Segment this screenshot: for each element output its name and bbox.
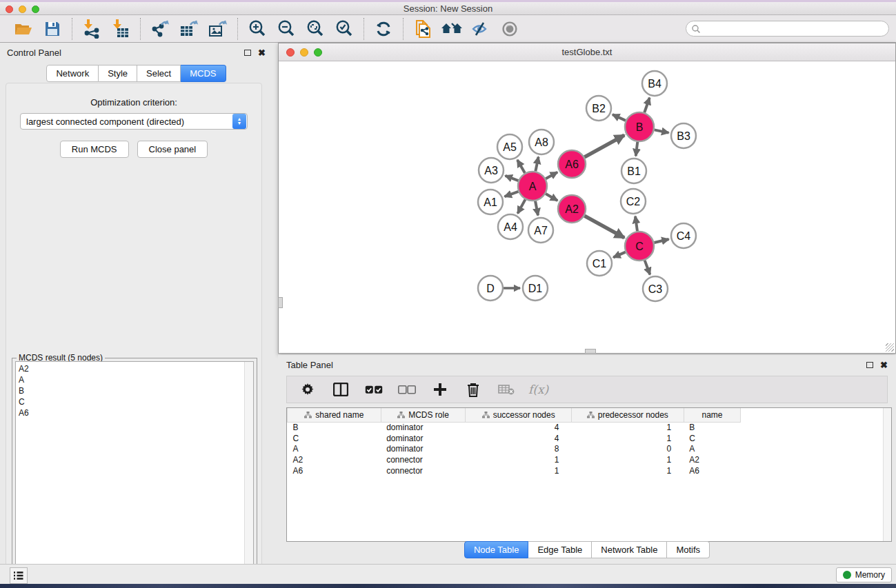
zoom-out-icon[interactable]	[275, 19, 297, 39]
export-network-icon[interactable]	[149, 19, 171, 39]
network-canvas[interactable]: AA1A2A3A4A5A6A7A8BB1B2B3B4CC1C2C3C4DD1	[279, 61, 895, 353]
table-row[interactable]: Bdominator41B	[288, 422, 892, 433]
cell-successor-nodes[interactable]: 1	[466, 465, 572, 476]
cell-shared-name[interactable]: A2	[288, 454, 381, 465]
tab-edge-table[interactable]: Edge Table	[528, 541, 592, 558]
node-A5[interactable]: A5	[497, 134, 522, 159]
memory-button[interactable]: Memory	[836, 567, 892, 582]
result-item[interactable]: A	[19, 374, 253, 385]
cell-shared-name[interactable]: B	[288, 422, 381, 433]
node-A4[interactable]: A4	[498, 214, 523, 239]
node-D[interactable]: D	[478, 276, 503, 301]
cell-successor-nodes[interactable]: 1	[466, 454, 572, 465]
show-column-icon[interactable]	[330, 379, 352, 400]
column-header-MCDS-role[interactable]: MCDS role	[381, 408, 466, 422]
zoom-in-icon[interactable]	[246, 19, 268, 39]
cell-name[interactable]: A	[684, 444, 741, 455]
edge-A-A4[interactable]	[517, 199, 525, 213]
add-column-icon[interactable]	[429, 379, 451, 400]
node-C3[interactable]: C3	[643, 276, 668, 301]
float-table-panel-icon[interactable]	[866, 362, 873, 368]
clone-network-icon[interactable]	[412, 19, 434, 39]
network-close-button[interactable]	[286, 48, 295, 57]
node-D1[interactable]: D1	[523, 276, 548, 301]
column-header-successor-nodes[interactable]: successor nodes	[466, 408, 572, 422]
float-panel-icon[interactable]	[244, 50, 251, 56]
close-panel-button[interactable]: Close panel	[137, 141, 208, 158]
edge-C-C4[interactable]	[654, 239, 668, 243]
column-header-predecessor-nodes[interactable]: predecessor nodes	[572, 408, 684, 422]
deselect-all-checkboxes-icon[interactable]	[396, 379, 418, 400]
save-session-icon[interactable]	[41, 19, 63, 39]
node-C4[interactable]: C4	[671, 223, 696, 248]
node-A1[interactable]: A1	[478, 190, 503, 214]
search-field[interactable]	[686, 21, 889, 37]
delete-column-trash-icon[interactable]	[462, 379, 484, 400]
edge-B-B3[interactable]	[655, 130, 669, 132]
cell-predecessor-nodes[interactable]: 1	[572, 422, 684, 433]
cell-predecessor-nodes[interactable]: 1	[572, 454, 684, 465]
cell-successor-nodes[interactable]: 4	[466, 433, 572, 444]
result-item[interactable]: A2	[19, 363, 253, 374]
window-resize-grip[interactable]	[886, 343, 894, 352]
node-A3[interactable]: A3	[479, 158, 504, 183]
bottom-splitter-grip[interactable]	[585, 349, 596, 354]
node-table[interactable]: shared nameMCDS rolesuccessor nodesprede…	[286, 407, 892, 542]
tab-mcds[interactable]: MCDS	[181, 65, 226, 82]
result-item[interactable]: A6	[19, 407, 253, 418]
edge-A-A8[interactable]	[535, 157, 538, 172]
cell-name[interactable]: A2	[684, 454, 741, 465]
cell-MCDS-role[interactable]: dominator	[381, 444, 466, 455]
network-zoom-button[interactable]	[314, 48, 322, 57]
cell-predecessor-nodes[interactable]: 0	[572, 444, 684, 455]
node-A7[interactable]: A7	[528, 218, 553, 243]
tab-motifs[interactable]: Motifs	[667, 541, 710, 558]
open-session-icon[interactable]	[12, 19, 34, 39]
node-B2[interactable]: B2	[586, 96, 611, 121]
cell-predecessor-nodes[interactable]: 1	[572, 465, 684, 476]
minimize-window-button[interactable]	[19, 6, 26, 13]
birds-eye-icon[interactable]	[499, 19, 521, 39]
zoom-fit-icon[interactable]	[304, 19, 326, 39]
zoom-selected-icon[interactable]	[333, 19, 355, 39]
table-options-gear-icon[interactable]	[297, 379, 319, 400]
tab-network[interactable]: Network	[46, 65, 99, 82]
node-A[interactable]: A	[518, 172, 547, 201]
hide-graphics-details-icon[interactable]	[470, 19, 492, 39]
edge-C-C2[interactable]	[635, 216, 637, 231]
cell-name[interactable]: C	[684, 433, 741, 444]
cell-MCDS-role[interactable]: connector	[381, 465, 466, 476]
export-table-icon[interactable]	[178, 19, 200, 39]
tab-style[interactable]: Style	[99, 65, 137, 82]
home-icon[interactable]	[441, 19, 463, 39]
node-B3[interactable]: B3	[671, 123, 696, 148]
cell-MCDS-role[interactable]: connector	[381, 454, 466, 465]
left-splitter-grip[interactable]	[278, 297, 283, 308]
edge-A-A7[interactable]	[535, 201, 538, 216]
cell-shared-name[interactable]: A	[288, 444, 381, 455]
zoom-window-button[interactable]	[32, 6, 39, 13]
node-B1[interactable]: B1	[621, 159, 646, 183]
run-mcds-button[interactable]: Run MCDS	[60, 141, 129, 158]
edge-A-A6[interactable]	[546, 172, 557, 179]
cell-successor-nodes[interactable]: 4	[466, 422, 572, 433]
tab-select[interactable]: Select	[137, 65, 181, 82]
edge-C-C3[interactable]	[645, 261, 650, 275]
network-minimize-button[interactable]	[300, 48, 308, 57]
cell-MCDS-role[interactable]: dominator	[381, 433, 466, 444]
refresh-icon[interactable]	[372, 19, 395, 39]
cell-shared-name[interactable]: A6	[288, 465, 381, 476]
node-A2[interactable]: A2	[558, 195, 586, 223]
node-B[interactable]: B	[625, 112, 654, 141]
column-header-shared-name[interactable]: shared name	[288, 408, 381, 422]
edge-B-B1[interactable]	[636, 142, 638, 156]
table-row[interactable]: A6connector11A6	[288, 465, 892, 476]
network-window-titlebar[interactable]: testGlobe.txt	[279, 43, 895, 61]
table-row[interactable]: Cdominator41C	[288, 433, 892, 444]
result-item[interactable]: B	[19, 385, 253, 396]
close-panel-icon[interactable]: ✖	[258, 48, 266, 58]
cell-MCDS-role[interactable]: dominator	[381, 422, 466, 433]
node-C2[interactable]: C2	[621, 189, 646, 214]
node-A8[interactable]: A8	[529, 130, 554, 154]
tab-network-table[interactable]: Network Table	[592, 541, 667, 558]
